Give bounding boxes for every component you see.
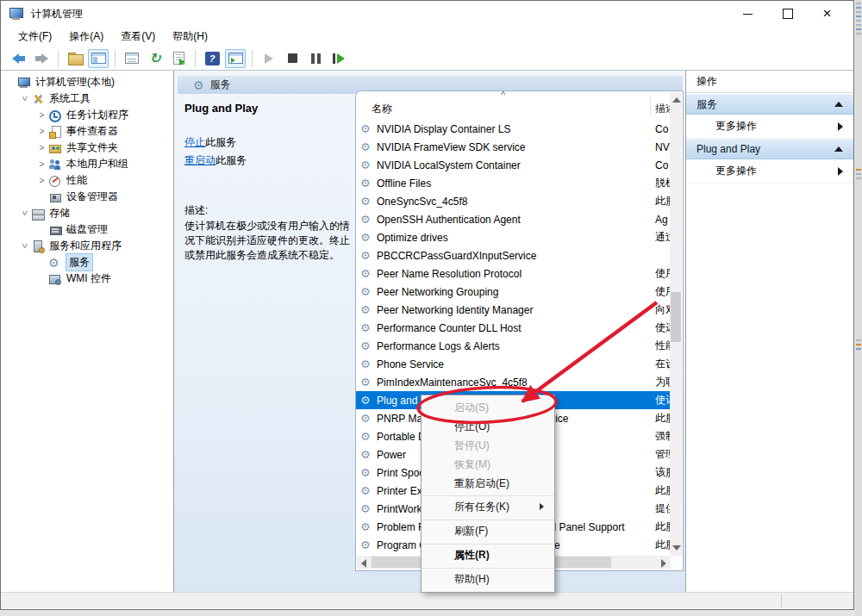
maximize-button[interactable] xyxy=(768,1,807,27)
context-menu-item-label: 所有任务(K) xyxy=(454,500,509,514)
service-gear-icon: ⚙ xyxy=(360,538,374,551)
context-menu-item[interactable]: 属性(R) xyxy=(422,544,554,565)
context-menu-item[interactable]: 帮助(H) xyxy=(422,568,554,589)
export-list-icon[interactable] xyxy=(168,49,189,68)
actions-section-header[interactable]: Plug and Play xyxy=(686,139,853,159)
column-header-name[interactable]: 名称 xyxy=(372,102,392,116)
more-actions-item[interactable]: 更多操作 xyxy=(686,115,853,139)
service-row[interactable]: ⚙ OpenSSH Authentication Agent Ag xyxy=(356,210,671,228)
context-menu-item[interactable]: 所有任务(K) xyxy=(422,495,554,517)
service-row[interactable]: ⚙ Offline Files 脱机 xyxy=(356,174,671,192)
pause-service-icon[interactable] xyxy=(305,49,326,68)
console-tree: 计算机管理(本地) 系统工具 任务计划程序 事件查看器 xyxy=(1,71,174,592)
tree-item[interactable]: 服务和应用程序 xyxy=(1,238,173,254)
service-row[interactable]: ⚙ Performance Logs & Alerts 性能 xyxy=(356,337,671,355)
back-icon[interactable] xyxy=(8,49,28,68)
context-menu-item[interactable]: 恢复(M) xyxy=(422,455,554,474)
column-divider[interactable] xyxy=(650,96,651,115)
context-menu-item[interactable]: 暂停(U) xyxy=(422,436,554,455)
tree-item-label: 任务计划程序 xyxy=(66,108,128,122)
tree-item[interactable]: 计算机管理(本地) xyxy=(1,74,173,90)
tree-expander-icon[interactable] xyxy=(35,159,48,169)
service-row[interactable]: ⚙ NVIDIA FrameView SDK service NV xyxy=(356,138,671,156)
tree-expander-icon[interactable] xyxy=(35,143,48,152)
tree-item[interactable]: 存储 xyxy=(1,205,173,221)
restart-service-link[interactable]: 重启动 xyxy=(184,154,216,166)
show-console-tree-icon[interactable] xyxy=(88,49,109,68)
collapse-icon[interactable] xyxy=(834,146,843,152)
tree-item[interactable]: 本地用户和组 xyxy=(1,156,173,172)
context-menu-item[interactable]: 刷新(F) xyxy=(422,520,554,541)
tree-item[interactable]: 服务 xyxy=(1,254,173,271)
scroll-right-icon[interactable] xyxy=(661,559,666,568)
stop-service-icon[interactable] xyxy=(282,49,303,68)
tree-item-label: 磁盘管理 xyxy=(66,222,108,237)
tree-item-icon xyxy=(48,272,62,286)
context-menu-item[interactable]: 启动(S) xyxy=(422,398,554,417)
service-row[interactable]: ⚙ OneSyncSvc_4c5f8 此服 xyxy=(356,192,671,210)
service-row[interactable]: ⚙ NVIDIA Display Container LS Co xyxy=(356,120,671,138)
tree-expander-icon[interactable] xyxy=(18,208,31,218)
tree-expander-icon[interactable] xyxy=(35,110,48,120)
tree-expander-icon[interactable] xyxy=(35,127,48,136)
tree-item-label: 计算机管理(本地) xyxy=(35,75,115,90)
vertical-scrollbar[interactable] xyxy=(670,92,682,556)
tree-expander-icon[interactable] xyxy=(18,241,31,251)
status-bar-divider xyxy=(781,594,782,607)
service-gear-icon: ⚙ xyxy=(360,140,374,153)
close-button[interactable]: × xyxy=(808,1,846,27)
vertical-scroll-thumb[interactable] xyxy=(671,292,681,342)
minimize-button[interactable] xyxy=(728,1,767,27)
tree-item[interactable]: WMI 控件 xyxy=(1,271,173,287)
tree-expander-icon[interactable] xyxy=(18,94,31,103)
scroll-down-icon[interactable] xyxy=(672,545,681,551)
tree-item[interactable]: 任务计划程序 xyxy=(1,107,173,123)
tree-item[interactable]: 磁盘管理 xyxy=(1,221,173,238)
service-row[interactable]: ⚙ Performance Counter DLL Host 使远 xyxy=(356,319,671,337)
scroll-up-icon[interactable] xyxy=(672,97,681,103)
service-action-links: 停止此服务 重启动此服务 xyxy=(184,133,247,169)
service-row[interactable]: ⚙ PBCCRCPassGuardXInputService xyxy=(356,246,671,264)
service-row[interactable]: ⚙ NVIDIA LocalSystem Container Co xyxy=(356,156,671,174)
actions-pane-title: 操作 xyxy=(686,71,853,93)
service-row[interactable]: ⚙ Optimize drives 通过 xyxy=(356,228,671,246)
service-row[interactable]: ⚙ PimIndexMaintenanceSvc_4c5f8 为联 xyxy=(356,373,671,391)
menu-item[interactable]: 操作(A) xyxy=(60,27,112,47)
service-row[interactable]: ⚙ Peer Networking Identity Manager 向对 xyxy=(356,301,671,319)
tree-item[interactable]: 设备管理器 xyxy=(1,189,173,205)
start-service-icon[interactable] xyxy=(259,49,279,68)
menu-item[interactable]: 文件(F) xyxy=(9,27,60,47)
context-menu-item[interactable]: 停止(O) xyxy=(422,417,554,436)
context-menu-item-label: 帮助(H) xyxy=(454,572,490,587)
context-menu-item-label: 停止(O) xyxy=(454,420,490,434)
tree-item[interactable]: 事件查看器 xyxy=(1,123,173,140)
export-folder-icon[interactable] xyxy=(65,49,85,68)
service-gear-icon: ⚙ xyxy=(360,177,374,190)
forward-icon[interactable] xyxy=(31,49,52,68)
view-tab-label: 扩展 xyxy=(196,565,206,594)
tree-expander-icon[interactable] xyxy=(35,176,48,185)
collapse-icon[interactable] xyxy=(834,102,843,107)
help-icon[interactable]: ? xyxy=(202,49,222,68)
menu-item[interactable]: 查看(V) xyxy=(112,27,164,47)
refresh-icon[interactable]: ↻ xyxy=(145,49,166,68)
context-menu-item[interactable]: 重新启动(E) xyxy=(422,474,554,493)
properties-icon[interactable] xyxy=(122,49,142,68)
service-row[interactable]: ⚙ Peer Name Resolution Protocol 使用 xyxy=(356,264,671,283)
tree-item[interactable]: 性能 xyxy=(1,172,173,189)
restart-service-icon[interactable] xyxy=(328,49,349,68)
menu-item[interactable]: 帮助(H) xyxy=(164,27,216,47)
tree-item[interactable]: 共享文件夹 xyxy=(1,140,173,156)
title-bar[interactable]: 计算机管理 × xyxy=(1,1,853,27)
show-action-pane-icon[interactable] xyxy=(225,49,246,68)
stop-service-link[interactable]: 停止 xyxy=(184,136,205,148)
service-row[interactable]: ⚙ Phone Service 在设 xyxy=(356,355,671,373)
more-actions-item[interactable]: 更多操作 xyxy=(686,159,853,184)
tree-item-label: 服务 xyxy=(66,254,92,271)
tree-item[interactable]: 系统工具 xyxy=(1,90,173,107)
service-row[interactable]: ⚙ Peer Networking Grouping 使用 xyxy=(356,283,671,301)
actions-section-header[interactable]: 服务 xyxy=(686,94,853,115)
service-name: OpenSSH Authentication Agent xyxy=(377,214,521,226)
scroll-left-icon[interactable] xyxy=(361,559,366,568)
more-actions-label: 更多操作 xyxy=(715,164,757,178)
